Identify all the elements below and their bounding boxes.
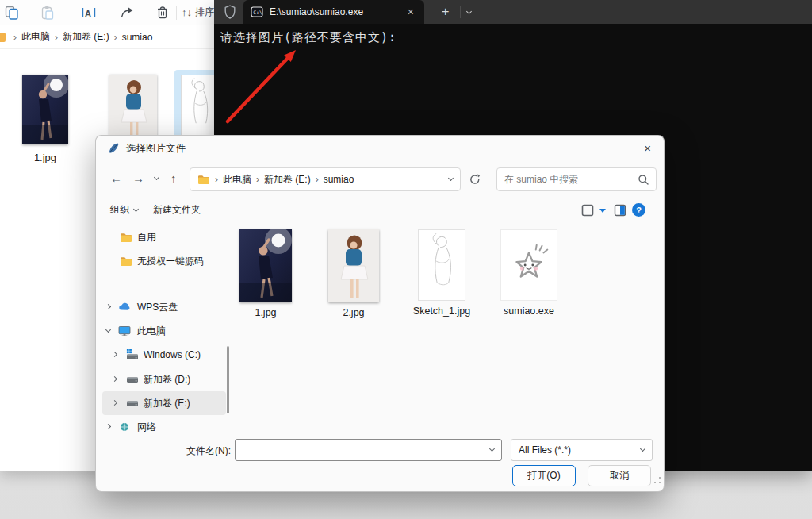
photo-1jpg-thumbnail: [22, 75, 68, 144]
new-folder-button[interactable]: 新建文件夹: [153, 203, 201, 217]
address-separator: ›: [256, 174, 259, 185]
breadcrumb-separator: ›: [13, 32, 17, 43]
explorer-toolbar: A ↑↓ 排序: [0, 0, 214, 25]
address-separator: ›: [316, 174, 319, 185]
sidebar-item-network[interactable]: 网络: [102, 415, 226, 433]
file-label: 1.jpg: [234, 307, 297, 318]
copy-icon[interactable]: [3, 4, 21, 21]
resize-grip[interactable]: [653, 476, 661, 484]
cmd-icon: [251, 6, 263, 18]
search-icon: [638, 174, 649, 185]
folder-icon: [120, 256, 132, 267]
filetype-value: All Files (*.*): [519, 444, 641, 456]
star-app-icon: [500, 229, 557, 301]
new-tab-button[interactable]: +: [437, 6, 454, 18]
address-separator: ›: [215, 174, 218, 185]
sidebar-item-drive-d[interactable]: 新加卷 (D:): [102, 367, 226, 391]
file-label: 2.jpg: [322, 307, 385, 318]
folder-icon: [0, 33, 6, 42]
address-item-this-pc[interactable]: 此电脑: [223, 173, 251, 186]
sidebar-item-wps-cloud[interactable]: WPS云盘: [102, 295, 226, 319]
filename-input[interactable]: [243, 444, 490, 456]
up-button[interactable]: ↑: [170, 171, 177, 185]
breadcrumb-item-this-pc[interactable]: 此电脑: [21, 30, 50, 44]
os-drive-icon: [126, 349, 139, 360]
dialog-close-button[interactable]: ×: [644, 142, 651, 154]
open-button[interactable]: 打开(O): [512, 465, 576, 486]
chevron-right-icon[interactable]: [105, 304, 111, 309]
search-box[interactable]: [496, 167, 657, 191]
breadcrumb-item-drive-e[interactable]: 新加卷 (E:): [63, 30, 109, 44]
view-mode-icon[interactable]: [581, 204, 594, 217]
file-label: Sketch_1.jpg: [410, 306, 473, 317]
sidebar-scrollbar[interactable]: [227, 346, 229, 413]
back-button[interactable]: ←: [110, 171, 122, 185]
recent-locations-chevron-icon[interactable]: [154, 175, 159, 180]
chevron-right-icon[interactable]: [112, 352, 117, 357]
cancel-button[interactable]: 取消: [588, 465, 651, 486]
sidebar-item-wushouquan[interactable]: 无授权一键源码: [102, 249, 226, 273]
chevron-right-icon[interactable]: [105, 424, 111, 429]
tab-close-button[interactable]: ×: [404, 5, 417, 19]
address-bar[interactable]: › 此电脑 › 新加卷 (E:) › sumiao: [190, 167, 461, 191]
forward-button[interactable]: →: [132, 171, 144, 185]
preview-pane-icon[interactable]: [614, 204, 626, 217]
view-mode-chevron-icon[interactable]: [599, 208, 607, 213]
sidebar-item-label: 此电脑: [137, 325, 166, 338]
sidebar-item-this-pc[interactable]: 此电脑: [102, 319, 226, 343]
refresh-icon[interactable]: [469, 173, 481, 186]
filetype-dropdown[interactable]: All Files (*.*): [511, 439, 653, 461]
sidebar-item-windows-c[interactable]: Windows (C:): [102, 343, 226, 367]
address-item-sumiao[interactable]: sumiao: [324, 174, 354, 185]
help-glyph: ?: [636, 206, 642, 215]
tab-dropdown-chevron-icon[interactable]: [466, 8, 472, 13]
share-icon[interactable]: [118, 4, 136, 21]
photo-2jpg-thumbnail: [328, 229, 379, 302]
terminal-tab-active[interactable]: E:\sumiao\sumiao.exe ×: [243, 0, 424, 24]
paste-icon[interactable]: [40, 4, 57, 21]
dialog-file-sumiao-exe[interactable]: sumiao.exe: [497, 229, 561, 317]
sidebar-item-label: 新加卷 (D:): [144, 373, 190, 386]
filename-dropdown-chevron-icon[interactable]: [489, 446, 495, 452]
filetype-dropdown-chevron-icon[interactable]: [640, 446, 645, 452]
dialog-title: 选择图片文件: [126, 142, 186, 156]
photo-1jpg-thumbnail: [239, 229, 292, 302]
toolbar-divider: [176, 6, 177, 20]
chevron-right-icon[interactable]: [112, 376, 117, 382]
sidebar-item-drive-e-selected[interactable]: 新加卷 (E:): [102, 391, 226, 415]
address-item-drive-e[interactable]: 新加卷 (E:): [264, 173, 311, 186]
chevron-down-icon[interactable]: [105, 327, 111, 333]
sidebar-item-label: 新加卷 (E:): [144, 397, 190, 410]
address-dropdown-chevron-icon[interactable]: [448, 175, 454, 181]
tab-bar-divider: [460, 6, 461, 18]
dialog-file-2jpg[interactable]: 2.jpg: [322, 229, 385, 318]
sort-label: 排序: [195, 6, 214, 19]
sidebar-item-label: Windows (C:): [144, 349, 201, 360]
photo-2jpg-thumbnail: [109, 75, 157, 144]
dialog-navigation-bar: ← → ↑ › 此电脑 › 新加卷 (E:) › sumiao: [96, 166, 664, 193]
sidebar-item-ziyong[interactable]: 自用: [102, 225, 226, 249]
sketch-thumbnail: [418, 229, 465, 301]
file-thumbnail-1jpg[interactable]: 1.jpg: [22, 75, 68, 163]
breadcrumb-item-sumiao[interactable]: sumiao: [122, 32, 153, 43]
sort-button[interactable]: ↑↓ 排序: [182, 6, 214, 19]
svg-text:A: A: [85, 8, 91, 17]
rename-icon[interactable]: A: [80, 4, 98, 21]
filename-combobox[interactable]: [235, 439, 502, 461]
cloud-icon: [118, 302, 131, 312]
help-icon[interactable]: ?: [632, 203, 645, 217]
breadcrumb-separator: ›: [55, 32, 58, 43]
search-input[interactable]: [504, 174, 638, 185]
network-icon: [118, 421, 131, 432]
organize-chevron-icon: [133, 206, 139, 211]
sidebar-item-label: WPS云盘: [137, 301, 178, 314]
monitor-icon: [118, 325, 131, 336]
delete-icon[interactable]: [154, 4, 171, 21]
organize-button[interactable]: 组织: [110, 203, 138, 217]
folder-icon: [120, 232, 132, 243]
app-feather-icon: [107, 142, 120, 155]
dialog-title-bar[interactable]: 选择图片文件 ×: [96, 136, 664, 161]
dialog-file-sketch[interactable]: Sketch_1.jpg: [410, 229, 473, 317]
chevron-right-icon[interactable]: [112, 400, 117, 406]
dialog-file-1jpg[interactable]: 1.jpg: [234, 229, 297, 318]
